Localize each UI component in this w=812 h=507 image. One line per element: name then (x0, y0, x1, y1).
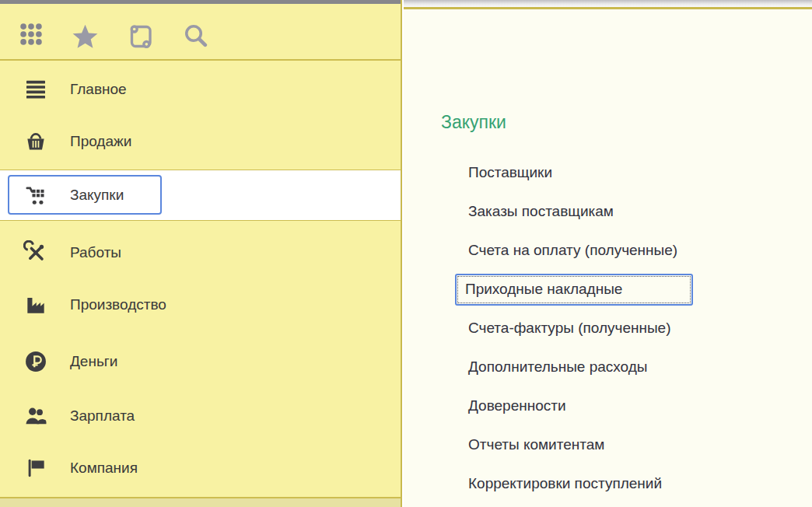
people-icon (22, 404, 50, 428)
sidebar-item-company[interactable]: Компания (0, 453, 401, 484)
sidebar-item-money[interactable]: Деньги (0, 346, 401, 377)
page-title: Закупки (441, 111, 506, 133)
link-receipt-notes[interactable]: Приходные накладные (457, 276, 691, 303)
sidebar-item-salary[interactable]: Зарплата (0, 400, 401, 432)
link-supplier-orders[interactable]: Заказы поставщикам (468, 203, 614, 220)
apps-grid-icon (18, 21, 44, 47)
link-row: Корректировки поступлений (404, 464, 812, 503)
search-button[interactable] (181, 21, 210, 50)
link-row: Счета-фактуры (полученные) (404, 309, 812, 348)
basket-icon (22, 129, 50, 154)
sidebar-item-label: Компания (70, 460, 138, 477)
link-invoices-for-payment-received[interactable]: Счета на оплату (полученные) (468, 242, 677, 259)
cart-icon (22, 183, 50, 208)
history-scroll-icon (124, 21, 156, 52)
sidebar-toolbar (0, 4, 401, 61)
link-row: Приходные накладные (404, 270, 812, 309)
tools-icon (22, 240, 50, 265)
section-links: Поставщики Заказы поставщикам Счета на о… (404, 153, 812, 503)
link-receipt-adjustments[interactable]: Корректировки поступлений (468, 475, 662, 492)
link-suppliers[interactable]: Поставщики (468, 164, 552, 181)
content-panel: Закупки Поставщики Заказы поставщикам Сч… (404, 0, 812, 507)
link-row: Отчеты комитентам (404, 425, 812, 464)
sidebar-item-sales[interactable]: Продажи (0, 126, 401, 157)
sidebar-item-works[interactable]: Работы (0, 237, 401, 268)
search-icon (181, 21, 210, 50)
sidebar-item-production[interactable]: Производство (0, 289, 401, 320)
sidebar-item-label: Зарплата (70, 407, 135, 425)
menu-icon (22, 77, 50, 102)
sidebar-selection-box[interactable]: Закупки (8, 175, 162, 215)
sidebar-item-label: Деньги (70, 353, 117, 370)
link-powers-of-attorney[interactable]: Доверенности (468, 397, 566, 414)
link-vat-invoices-received[interactable]: Счета-фактуры (полученные) (468, 320, 671, 337)
sidebar-item-label: Закупки (70, 187, 124, 204)
link-row: Дополнительные расходы (404, 348, 812, 386)
link-row: Поставщики (404, 153, 812, 192)
sidebar-item-purchases[interactable]: Закупки (0, 170, 401, 221)
link-row: Заказы поставщикам (404, 192, 812, 231)
ruble-icon (22, 349, 50, 374)
apps-grid-button[interactable] (18, 21, 44, 47)
sidebar-item-label: Продажи (70, 133, 131, 150)
flag-icon (22, 456, 50, 481)
sidebar-bottom-strip (0, 497, 401, 507)
history-button[interactable] (124, 21, 156, 52)
sidebar-item-main[interactable]: Главное (0, 74, 401, 105)
sidebar-item-label: Производство (70, 296, 166, 313)
link-consignor-reports[interactable]: Отчеты комитентам (468, 436, 604, 453)
sidebar-item-label: Главное (70, 81, 127, 98)
link-receipt-notes-focus-box[interactable]: Приходные накладные (455, 274, 693, 306)
sidebar: Главное Продажи (0, 0, 402, 507)
sidebar-item-label: Работы (70, 244, 121, 261)
factory-icon (22, 292, 50, 317)
favorites-button[interactable] (69, 21, 101, 53)
panel-top-strip (404, 0, 812, 9)
link-row: Доверенности (404, 386, 812, 425)
link-row: Счета на оплату (полученные) (404, 231, 812, 270)
star-icon (69, 21, 101, 53)
link-additional-expenses[interactable]: Дополнительные расходы (468, 358, 648, 376)
